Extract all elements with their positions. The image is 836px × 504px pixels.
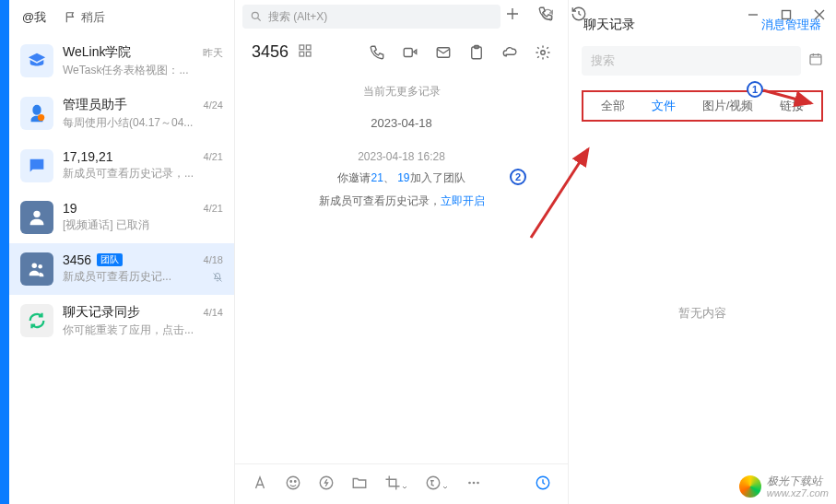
admin-icon: [27, 103, 47, 123]
flag-icon: [65, 11, 77, 24]
chat-time: 4/21: [204, 151, 223, 162]
svg-point-21: [477, 481, 479, 484]
tab-media[interactable]: 图片/视频: [702, 98, 754, 114]
chat-preview: [视频通话] 已取消: [63, 217, 223, 233]
chat-date: 2023-04-18: [248, 116, 555, 130]
mail-button[interactable]: [435, 44, 452, 61]
chat-item-19[interactable]: 194/21 [视频通话] 已取消: [9, 192, 234, 243]
avatar: [20, 252, 53, 286]
chat-title: 3456团队: [63, 252, 123, 267]
invite-line: 你邀请21、 19加入了团队: [248, 170, 555, 186]
avatar: [20, 44, 53, 77]
video-icon: [402, 44, 418, 61]
video-call-button[interactable]: [402, 44, 418, 61]
chat-time: 4/14: [204, 307, 223, 318]
font-button[interactable]: [252, 475, 268, 495]
svg-rect-9: [404, 48, 412, 56]
phone-icon: [537, 6, 554, 22]
svg-rect-8: [306, 52, 311, 56]
plus-icon: [504, 6, 521, 22]
chat-preview: 新成员可查看历史记...: [63, 269, 223, 285]
chat-time: 4/24: [204, 100, 223, 111]
chat-record-title: 聊天记录: [583, 17, 635, 33]
chat-preview: 你可能重装了应用，点击...: [63, 322, 223, 338]
cloud-button[interactable]: [501, 44, 518, 61]
svg-point-4: [252, 12, 258, 18]
chat-item-admin[interactable]: 管理员助手4/24 每周使用小结(04.17～04...: [9, 88, 234, 140]
history-button[interactable]: [571, 6, 587, 26]
chat-item-171921[interactable]: 17,19,214/21 新成员可查看历史记录，...: [9, 140, 234, 192]
svg-rect-5: [300, 45, 304, 50]
calendar-icon: [808, 52, 823, 66]
chat-list-tabs: @我 稍后: [9, 0, 234, 35]
record-search-input[interactable]: 搜索: [582, 46, 801, 76]
folder-button[interactable]: [351, 475, 368, 495]
crop-icon: [384, 475, 401, 491]
font-icon: [252, 475, 268, 491]
clock-icon: [535, 475, 551, 491]
chat-item-3456[interactable]: 3456团队 4/18 新成员可查看历史记...: [9, 243, 234, 295]
translate-button[interactable]: [425, 475, 449, 495]
task-button[interactable]: [468, 44, 485, 61]
avatar: [20, 201, 53, 234]
avatar: [20, 97, 53, 130]
global-search[interactable]: 搜索 (Alt+X): [242, 5, 500, 29]
tab-file[interactable]: 文件: [652, 98, 676, 114]
chevron-down-icon: [401, 484, 408, 491]
mute-icon: [212, 272, 223, 283]
emoji-button[interactable]: [285, 475, 301, 495]
empty-state: 暂无内容: [569, 122, 836, 504]
translate-icon: [425, 475, 442, 491]
clipboard-icon: [468, 44, 485, 61]
svg-point-18: [427, 476, 440, 489]
chat-header-title: 3456: [252, 42, 288, 62]
chat-preview: 每周使用小结(04.17～04...: [63, 115, 223, 131]
svg-point-16: [295, 480, 297, 482]
svg-point-1: [33, 211, 40, 217]
annotation-arrow-2: [524, 144, 597, 245]
svg-point-0: [38, 114, 44, 121]
minimize-button[interactable]: [736, 0, 770, 29]
chat-title: 管理员助手: [63, 97, 127, 113]
annotation-badge-1: 1: [747, 81, 763, 98]
maximize-button[interactable]: [770, 0, 803, 29]
tab-all[interactable]: 全部: [601, 98, 625, 114]
calendar-button[interactable]: [808, 52, 823, 70]
chat-body: 当前无更多记录 2023-04-18 2023-04-18 16:28 你邀请2…: [235, 71, 568, 463]
add-button[interactable]: [504, 6, 521, 26]
close-icon: [814, 9, 825, 20]
annotation-arrow-1: [761, 87, 818, 111]
call-button[interactable]: [537, 6, 554, 26]
chat-item-sync[interactable]: 聊天记录同步4/14 你可能重装了应用，点击...: [9, 295, 234, 347]
schedule-button[interactable]: [535, 475, 551, 495]
enable-history-link[interactable]: 立即开启: [441, 194, 485, 207]
chat-title: WeLink学院: [63, 44, 131, 61]
editor-toolbar: [235, 463, 568, 504]
more-icon: [465, 475, 482, 491]
svg-line-26: [531, 149, 588, 238]
lightning-icon: [318, 475, 335, 491]
svg-line-25: [763, 90, 811, 103]
gif-button[interactable]: [318, 475, 335, 495]
user-link-21[interactable]: 21: [371, 171, 383, 184]
folder-icon: [351, 475, 368, 491]
voice-call-button[interactable]: [369, 44, 385, 61]
apps-button[interactable]: [298, 43, 312, 62]
user-link-19[interactable]: 19: [397, 171, 409, 184]
chat-time: 昨天: [203, 46, 223, 60]
chat-item-welink[interactable]: WeLink学院昨天 WeTask任务表格视图：...: [9, 35, 234, 88]
svg-point-2: [32, 264, 38, 269]
tab-later[interactable]: 稍后: [65, 9, 105, 26]
screenshot-button[interactable]: [384, 475, 408, 495]
person-icon: [27, 207, 47, 228]
more-button[interactable]: [465, 475, 482, 495]
chat-timestamp: 2023-04-18 16:28: [248, 150, 555, 163]
svg-rect-6: [306, 45, 311, 50]
watermark-logo-icon: [739, 475, 761, 498]
tab-at-me[interactable]: @我: [22, 9, 46, 26]
close-button[interactable]: [803, 0, 836, 29]
settings-button[interactable]: [535, 44, 551, 61]
svg-point-13: [541, 50, 546, 54]
phone-icon: [369, 44, 385, 61]
svg-rect-23: [783, 11, 791, 19]
